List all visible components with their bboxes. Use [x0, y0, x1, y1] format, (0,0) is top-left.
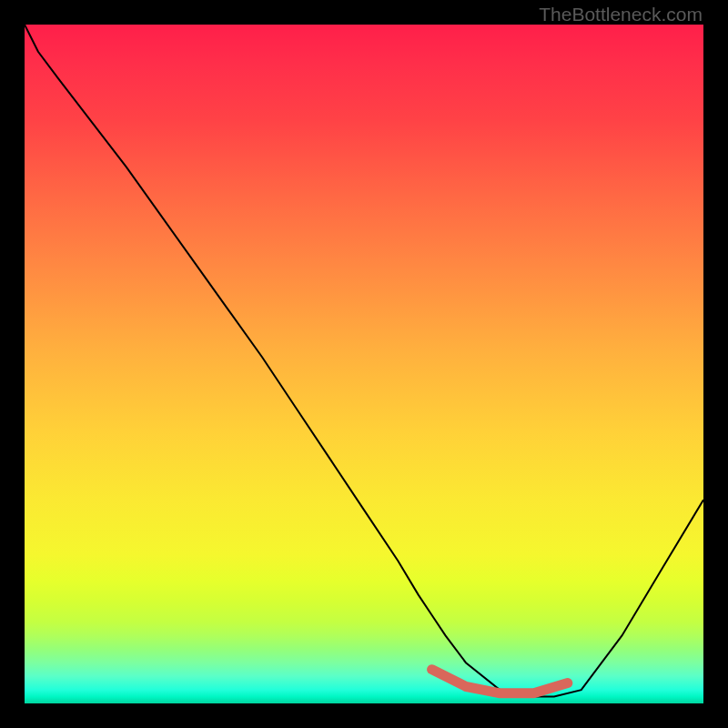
plot-area: [25, 25, 703, 703]
watermark-text: TheBottleneck.com: [539, 4, 703, 25]
curve-line: [25, 25, 703, 697]
chart-svg: [25, 25, 703, 703]
basin-highlight: [432, 670, 568, 693]
